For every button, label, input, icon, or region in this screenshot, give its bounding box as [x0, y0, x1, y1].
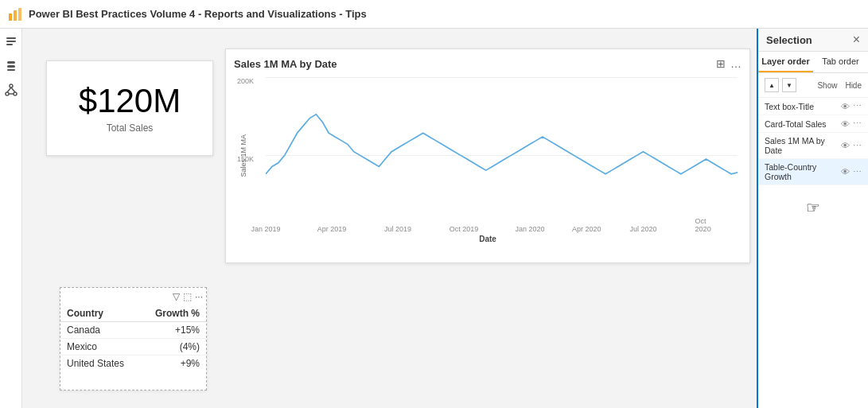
layer-item-table[interactable]: Table-Country Growth 👁 ⋯	[758, 159, 868, 185]
x-tick-apr2019: Apr 2019	[317, 225, 347, 233]
visibility-icon[interactable]: 👁	[841, 167, 850, 177]
country-us: United States	[60, 356, 141, 372]
x-tick-apr2020: Apr 2020	[572, 225, 601, 233]
left-sidebar	[0, 29, 22, 408]
move-down-button[interactable]	[782, 78, 796, 92]
sidebar-icon-data[interactable]	[4, 59, 18, 73]
layer-item-textbox[interactable]: Text box-Title 👁 ⋯	[758, 98, 868, 115]
chart-title: Sales 1M MA by Date	[234, 58, 337, 70]
powerbi-icon	[8, 7, 22, 21]
cursor-icon: ☞	[806, 199, 820, 216]
cursor-area: ☞	[758, 185, 868, 220]
chart-icons: ⊞ …	[716, 57, 741, 70]
col-header-growth: Growth %	[141, 305, 206, 322]
main-layout: $120M Total Sales Sales 1M MA by Date ⊞ …	[0, 29, 868, 408]
visibility-icon[interactable]: 👁	[841, 119, 850, 129]
more-icon[interactable]: ⋯	[853, 141, 862, 151]
col-header-country: Country	[60, 305, 141, 322]
x-tick-jan2020: Jan 2020	[516, 225, 545, 233]
panel-title: Selection	[766, 34, 812, 46]
svg-rect-5	[6, 44, 13, 45]
hide-label: Hide	[845, 81, 862, 90]
layer-item-chart-label: Sales 1M MA by Date	[765, 136, 841, 155]
selection-panel: Selection × Layer order Tab order Show H…	[757, 29, 868, 408]
move-up-button[interactable]	[765, 78, 779, 92]
svg-rect-1	[14, 10, 17, 21]
growth-mexico: (4%)	[141, 339, 206, 356]
panel-controls: Show Hide	[758, 73, 868, 98]
x-tick-oct2020: Oct 2020	[695, 217, 724, 233]
visibility-icon[interactable]: 👁	[841, 141, 850, 150]
y-tick-200k: 200K	[237, 77, 254, 85]
table-row: United States +9%	[60, 356, 206, 372]
svg-line-13	[11, 87, 15, 92]
svg-point-10	[6, 92, 9, 95]
svg-rect-7	[7, 65, 15, 68]
title-bar: Power BI Best Practices Volume 4 - Repor…	[0, 0, 868, 29]
chart-inner: 200K 150K Jan 2019 Apr 2019 Jul 2019 Oct…	[266, 77, 738, 219]
growth-us: +9%	[141, 356, 206, 372]
layer-item-textbox-label: Text box-Title	[765, 102, 841, 111]
filter-icon[interactable]: ▽	[173, 291, 180, 302]
panel-header: Selection ×	[758, 29, 868, 52]
table-row: Mexico (4%)	[60, 339, 206, 356]
layer-item-table-icons: 👁 ⋯	[841, 167, 862, 177]
visibility-icon[interactable]: 👁	[841, 102, 850, 111]
svg-rect-4	[6, 41, 16, 42]
more-icon[interactable]: ···	[195, 291, 203, 302]
canvas-area: $120M Total Sales Sales 1M MA by Date ⊞ …	[22, 29, 757, 408]
x-tick-oct2019: Oct 2019	[450, 225, 479, 233]
svg-rect-0	[9, 14, 12, 21]
tab-layer-order[interactable]: Layer order	[758, 52, 813, 72]
svg-line-12	[7, 87, 11, 92]
layer-item-table-label: Table-Country Growth	[765, 162, 841, 181]
card-label: Total Sales	[107, 122, 154, 134]
sidebar-icon-report[interactable]	[4, 35, 18, 49]
layer-item-card-label: Card-Total Sales	[765, 119, 841, 129]
svg-point-9	[10, 84, 13, 87]
growth-canada: +15%	[141, 322, 206, 339]
panel-tabs: Layer order Tab order	[758, 52, 868, 73]
x-tick-jan2019: Jan 2019	[251, 225, 280, 233]
close-icon[interactable]: ×	[853, 33, 860, 46]
card-visual[interactable]: $120M Total Sales	[46, 60, 213, 156]
x-tick-jul2020: Jul 2020	[629, 225, 656, 233]
chart-visual[interactable]: Sales 1M MA by Date ⊞ … Sales 1M MA 200K…	[225, 49, 750, 263]
sidebar-icon-model[interactable]	[4, 83, 18, 97]
chart-header: Sales 1M MA by Date ⊞ …	[234, 57, 741, 70]
svg-rect-8	[7, 69, 15, 71]
chart-body: Sales 1M MA 200K 150K Jan 2019 A	[234, 73, 741, 247]
data-table: Country Growth % Canada +15% Mexico (4%)…	[60, 305, 206, 371]
country-canada: Canada	[60, 322, 141, 339]
layer-item-chart[interactable]: Sales 1M MA by Date 👁 ⋯	[758, 133, 868, 159]
table-visual[interactable]: ▽ ⬚ ··· Country Growth % Canada +15%	[60, 287, 207, 391]
y-tick-150k: 150K	[237, 155, 254, 163]
export-icon[interactable]: ⬚	[183, 291, 192, 302]
x-axis-label: Date	[479, 235, 496, 243]
layer-item-textbox-icons: 👁 ⋯	[841, 101, 862, 111]
svg-point-11	[14, 92, 17, 95]
chart-svg	[266, 77, 738, 219]
page-title: Power BI Best Practices Volume 4 - Repor…	[29, 8, 367, 20]
svg-rect-2	[18, 8, 21, 21]
more-icon[interactable]: ⋯	[853, 119, 862, 129]
country-mexico: Mexico	[60, 339, 141, 356]
more-icon[interactable]: ⋯	[853, 167, 862, 177]
show-label: Show	[817, 81, 837, 90]
chart-focus-icon[interactable]: ⊞	[716, 57, 726, 70]
layer-item-card-icons: 👁 ⋯	[841, 119, 862, 129]
card-value: $120M	[79, 83, 181, 119]
table-row: Canada +15%	[60, 322, 206, 339]
x-tick-jul2019: Jul 2019	[384, 225, 411, 233]
layer-item-chart-icons: 👁 ⋯	[841, 141, 862, 151]
table-toolbar: ▽ ⬚ ···	[60, 288, 206, 305]
layer-item-card[interactable]: Card-Total Sales 👁 ⋯	[758, 115, 868, 133]
tab-tab-order[interactable]: Tab order	[813, 52, 868, 72]
chart-more-icon[interactable]: …	[730, 57, 741, 70]
svg-rect-3	[6, 37, 16, 39]
svg-rect-6	[7, 61, 15, 64]
more-icon[interactable]: ⋯	[853, 101, 862, 111]
